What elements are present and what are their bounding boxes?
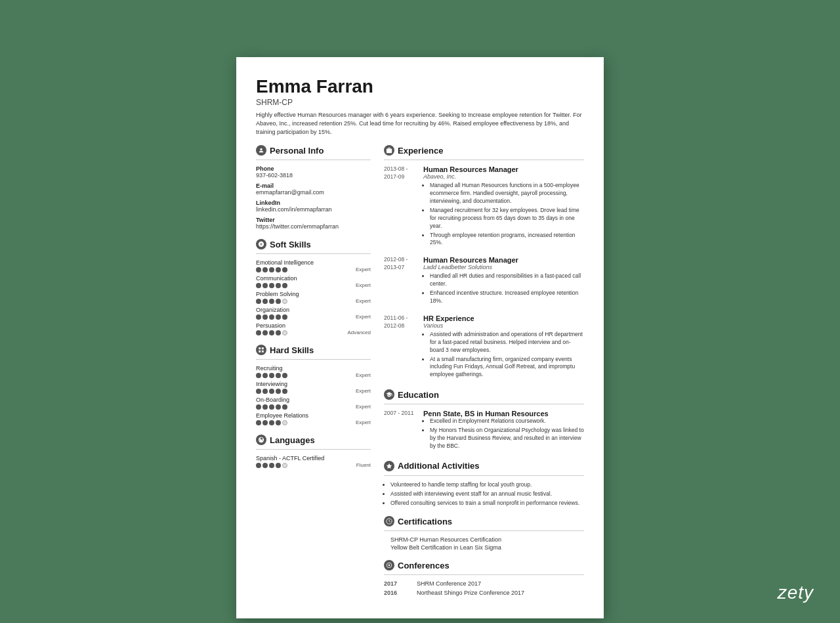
skill-dot (269, 389, 274, 394)
conf-year: 2017 (384, 580, 410, 587)
two-col-layout: Personal Info Phone 937-602-3818 E-mail … (256, 145, 584, 599)
skill-level: Expert (356, 404, 371, 410)
languages-icon (256, 435, 266, 445)
exp-company: Abaveo, Inc. (423, 173, 584, 180)
skill-dot (269, 283, 274, 288)
certifications-section-header: Certifications (384, 516, 584, 526)
exp-bullet: At a small manufacturing firm, organized… (430, 356, 584, 379)
edu-dates: 2007 - 2011 (384, 410, 417, 452)
skill-dot (262, 420, 268, 425)
personal-info-title: Personal Info (270, 146, 324, 156)
skill-dot (282, 330, 287, 335)
skill-dots (256, 420, 287, 425)
edu-bullets: Excelled in Employment Relations coursew… (423, 418, 584, 450)
skill-dot (276, 330, 281, 335)
personal-info-divider (256, 160, 371, 160)
skill-dots (256, 299, 287, 304)
activity-bullet: Offered consulting services to train a s… (390, 500, 584, 507)
cert-item: SHRM-CP Human Resources Certification (384, 536, 584, 543)
exp-bullet: Managed all Human Resources functions in… (430, 182, 584, 205)
exp-bullet: Assisted with administration and operati… (430, 331, 584, 354)
skill-name: Interviewing (256, 381, 371, 387)
skill-dot (282, 404, 287, 410)
skill-level: Expert (356, 419, 371, 425)
conferences-icon (384, 560, 394, 570)
experience-entry: 2013-08 - 2017-09Human Resources Manager… (384, 165, 584, 248)
exp-content: HR ExperienceVariousAssisted with admini… (423, 314, 584, 380)
certifications-list: SHRM-CP Human Resources CertificationYel… (384, 536, 584, 551)
languages-divider (256, 449, 371, 450)
exp-job-title: HR Experience (423, 314, 584, 322)
skill-dot (262, 314, 268, 320)
edu-bullet: Excelled in Employment Relations coursew… (430, 418, 584, 425)
cert-item: Yellow Belt Certification in Lean Six Si… (384, 544, 584, 551)
skill-dots (256, 404, 287, 410)
skill-dot (262, 267, 268, 272)
exp-job-title: Human Resources Manager (423, 256, 584, 264)
svg-rect-4 (262, 351, 264, 353)
skill-name: Problem Solving (256, 291, 371, 297)
exp-job-title: Human Resources Manager (423, 165, 584, 173)
skill-dot (269, 420, 274, 425)
certifications-divider (384, 530, 584, 531)
svg-rect-1 (259, 347, 261, 349)
svg-point-8 (388, 565, 390, 567)
resume-document: Emma Farran SHRM-CP Highly effective Hum… (236, 57, 604, 619)
skill-dots (256, 314, 287, 320)
skill-level: Advanced (347, 330, 371, 335)
exp-dates: 2012-08 - 2013-07 (384, 256, 417, 307)
page-wrapper: Emma Farran SHRM-CP Highly effective Hum… (13, 26, 827, 623)
skill-dot (276, 404, 281, 410)
skill-dot (282, 283, 287, 288)
skill-dot (269, 404, 274, 410)
skill-name: Employee Relations (256, 412, 371, 419)
soft-skills-icon (256, 239, 266, 249)
conferences-section-header: Conferences (384, 560, 584, 570)
phone-label: Phone (256, 165, 371, 172)
skill-item: Emotional IntelligenceExpert (256, 259, 371, 272)
exp-bullets: Assisted with administration and operati… (423, 331, 584, 379)
skill-dot (276, 420, 281, 425)
skill-dot (269, 330, 274, 335)
soft-skills-list: Emotional IntelligenceExpertCommunicatio… (256, 259, 371, 335)
experience-list: 2013-08 - 2017-09Human Resources Manager… (384, 165, 584, 380)
experience-divider (384, 160, 584, 160)
hard-skills-list: RecruitingExpertInterviewingExpertOn-Boa… (256, 365, 371, 425)
exp-content: Human Resources ManagerAbaveo, Inc.Manag… (423, 165, 584, 248)
exp-bullet: Through employee retention programs, inc… (430, 232, 584, 247)
personal-info-section-header: Personal Info (256, 145, 371, 156)
skill-dot (269, 299, 274, 304)
exp-company: Various (423, 322, 584, 329)
experience-entry: 2011-06 - 2012-08HR ExperienceVariousAss… (384, 314, 584, 380)
certifications-title: Certifications (398, 517, 452, 526)
skill-dot (282, 420, 287, 425)
skill-dot (262, 283, 268, 288)
edu-bullet: My Honors Thesis on Organizational Psych… (430, 427, 584, 450)
twitter-label: Twitter (256, 217, 371, 223)
experience-icon (384, 145, 394, 156)
activities-divider (384, 475, 584, 476)
soft-skills-section-header: Soft Skills (256, 239, 371, 249)
conf-name: Northeast Shingo Prize Conference 2017 (417, 590, 524, 596)
conferences-divider (384, 574, 584, 575)
svg-rect-2 (262, 347, 264, 349)
skill-dot (276, 389, 281, 394)
conference-entry: 2017SHRM Conference 2017 (384, 580, 584, 587)
activities-bullets: Volunteered to handle temp staffing for … (384, 481, 584, 507)
exp-company: Ladd Leadbetter Solutions (423, 264, 584, 270)
activity-bullet: Assisted with interviewing event staff f… (390, 490, 584, 498)
skill-name: Persuasion (256, 322, 371, 329)
skill-name: Recruiting (256, 365, 371, 372)
skill-dot (276, 463, 281, 468)
skill-dot (276, 299, 281, 304)
skill-dot (276, 373, 281, 378)
skill-level: Expert (356, 314, 371, 320)
hard-skills-section-header: Hard Skills (256, 345, 371, 355)
skill-dots (256, 330, 287, 335)
skill-item: On-BoardingExpert (256, 397, 371, 410)
resume-summary: Highly effective Human Resources manager… (256, 111, 584, 136)
right-column: Experience 2013-08 - 2017-09Human Resour… (384, 145, 584, 599)
skill-dot (256, 404, 261, 410)
skill-dot (256, 299, 261, 304)
skill-item: InterviewingExpert (256, 381, 371, 394)
